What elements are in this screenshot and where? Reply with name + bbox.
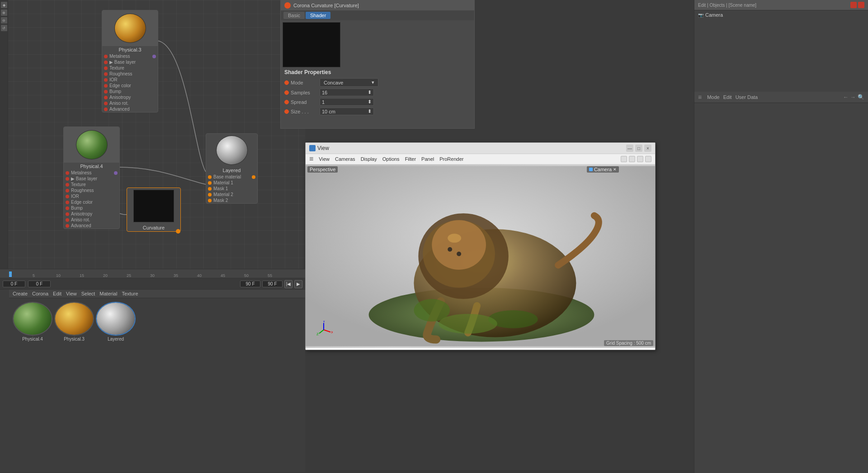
- timeline-mark-5: 5: [33, 273, 35, 278]
- current-frame-field[interactable]: [3, 281, 25, 287]
- tool-btn-1[interactable]: ◆: [1, 2, 7, 8]
- view-hamburger[interactable]: ≡: [309, 155, 313, 163]
- go-to-start-btn[interactable]: |◀: [284, 280, 292, 288]
- timeline-mark-0: 0: [9, 272, 11, 277]
- tool-btn-2[interactable]: ⊕: [1, 9, 7, 16]
- mat-menu-corona[interactable]: Corona: [32, 291, 48, 296]
- tab-basic[interactable]: Basic: [283, 12, 305, 19]
- camera-scene-item[interactable]: 📷 Camera: [694, 10, 868, 19]
- node-physical4-header: [64, 127, 119, 163]
- camera-badge-icon: [589, 168, 593, 171]
- spread-value[interactable]: 1 ⬍: [320, 98, 374, 106]
- node-layered[interactable]: Layered Base material Material 1 Mask 1 …: [206, 133, 258, 204]
- view-toolbar-btn4[interactable]: [645, 156, 651, 162]
- rp-btn-red2[interactable]: [858, 2, 864, 8]
- mode-radio[interactable]: [284, 80, 289, 85]
- mat-thumb-layered[interactable]: Layered: [96, 302, 136, 342]
- size-radio[interactable]: [284, 109, 289, 114]
- menu-display[interactable]: Display: [361, 156, 377, 162]
- win-close[interactable]: ×: [644, 145, 651, 152]
- rp-btn-cam[interactable]: [843, 2, 849, 8]
- mat-menu-create[interactable]: Create: [13, 291, 28, 296]
- samples-row: Samples 16 ⬍: [284, 89, 471, 96]
- end-frame-2[interactable]: [262, 281, 283, 287]
- view-window[interactable]: View — □ × ≡ View Cameras Display Option…: [305, 142, 656, 350]
- mat-label-physical3: Physical.3: [64, 337, 85, 342]
- svg-point-11: [448, 247, 452, 252]
- sphere-silver: [97, 303, 135, 335]
- tool-btn-4[interactable]: ↺: [1, 25, 7, 31]
- tab-shader[interactable]: Shader: [306, 12, 330, 19]
- rp-btn-red[interactable]: [850, 2, 857, 8]
- port-ior-p3: IOR: [102, 77, 158, 83]
- mat-menu-texture[interactable]: Texture: [122, 291, 138, 296]
- port-baselayer-p3: ▶ Base layer: [102, 59, 158, 65]
- mat-thumb-img-layered[interactable]: [96, 302, 136, 336]
- mode-dropdown[interactable]: Concave ▾: [320, 78, 378, 87]
- view-titlebar: View — □ ×: [306, 143, 655, 154]
- view-toolbar-btn2[interactable]: [629, 156, 635, 162]
- mat-menu-select[interactable]: Select: [81, 291, 95, 296]
- toolbar-userdata[interactable]: User Data: [736, 94, 758, 100]
- menu-prorender[interactable]: ProRender: [439, 156, 463, 162]
- svg-text:Z: Z: [316, 332, 319, 336]
- samples-radio[interactable]: [284, 90, 289, 95]
- svg-point-8: [439, 314, 497, 334]
- view-toolbar-btn3[interactable]: [637, 156, 643, 162]
- spread-radio[interactable]: [284, 100, 289, 104]
- end-frame-1[interactable]: [240, 281, 260, 287]
- toolbar-mode[interactable]: Mode: [707, 94, 720, 100]
- material-editor[interactable]: ↖ ✥ ↻ ⊞ ◉ ✏ Create Corona Edit View Sele…: [0, 289, 305, 472]
- menu-options[interactable]: Options: [382, 156, 400, 162]
- timeline-mark-55: 55: [268, 273, 272, 278]
- play-btn[interactable]: ▶: [294, 280, 302, 288]
- view-toolbar-btn1[interactable]: [621, 156, 627, 162]
- node-physical3[interactable]: Physical.3 Metalness ▶ Base layer Textur…: [102, 10, 158, 112]
- node-curvature[interactable]: Curvature: [127, 187, 181, 232]
- win-maximize[interactable]: □: [635, 145, 642, 152]
- port-anisotropy-p4: Anisotropy: [64, 211, 119, 217]
- port-material1: Material 1: [206, 180, 257, 186]
- toolbar-search[interactable]: 🔍: [858, 94, 864, 100]
- lion-svg: [306, 164, 655, 348]
- mat-menu-view[interactable]: View: [66, 291, 77, 296]
- view-content[interactable]: Perspective Camera ✕ Grid Spacing : 500 …: [306, 164, 655, 348]
- size-value[interactable]: 10 cm ⬍: [320, 108, 374, 115]
- node-editor[interactable]: ◆ ⊕ ⊖ ↺ Physical.3 Metalness ▶ Base laye…: [0, 0, 305, 269]
- tool-btn-3[interactable]: ⊖: [1, 17, 7, 23]
- mat-label-layered: Layered: [108, 337, 124, 342]
- toolbar-hamburger[interactable]: ≡: [698, 94, 702, 101]
- mode-label: Mode: [291, 80, 318, 85]
- mat-thumb-img-physical4[interactable]: [13, 302, 52, 336]
- samples-value[interactable]: 16 ⬍: [320, 89, 374, 96]
- toolbar-edit[interactable]: Edit: [723, 94, 732, 100]
- port-texture-p4: Texture: [64, 182, 119, 187]
- mat-thumb-img-physical3[interactable]: [54, 302, 94, 336]
- menu-filter[interactable]: Filter: [405, 156, 416, 162]
- win-minimize[interactable]: —: [626, 145, 633, 152]
- shader-preview: [283, 22, 340, 67]
- node-physical3-header: [102, 10, 158, 46]
- toolbar-arrow-back[interactable]: ←: [843, 94, 849, 100]
- right-panel-titlebar: Edit | Objects | [Scene name]: [694, 0, 868, 10]
- port-bump-p4: Bump: [64, 205, 119, 211]
- corona-panel-tabs: Basic Shader: [281, 10, 474, 20]
- camera-icon-text: 📷: [698, 13, 703, 18]
- mat-thumb-physical4[interactable]: Physical.4: [13, 302, 52, 342]
- menu-panel[interactable]: Panel: [421, 156, 434, 162]
- frame-field-2[interactable]: [28, 281, 51, 287]
- view-window-title: View: [317, 145, 329, 151]
- properties-toolbar: ≡ Mode Edit User Data ← → 🔍: [694, 92, 868, 103]
- timeline-mark-15: 15: [80, 273, 84, 278]
- mat-menu-edit[interactable]: Edit: [53, 291, 61, 296]
- mat-thumb-physical3[interactable]: Physical.3: [54, 302, 94, 342]
- axis-gizmo: X Z Y: [315, 321, 333, 339]
- mat-menu-material[interactable]: Material: [99, 291, 117, 296]
- menu-view[interactable]: View: [319, 156, 330, 162]
- size-row: Size . . . 10 cm ⬍: [284, 108, 471, 115]
- timeline[interactable]: 0 5 10 15 20 25 30 35 40 45 50 55 |◀ ▶: [0, 269, 305, 289]
- toolbar-arrow-fwd[interactable]: →: [850, 94, 856, 100]
- menu-cameras[interactable]: Cameras: [335, 156, 355, 162]
- material-menubar: Create Corona Edit View Select Material …: [9, 290, 305, 298]
- node-physical4[interactable]: Physical.4 Metalness ▶ Base layer Textur…: [63, 126, 120, 229]
